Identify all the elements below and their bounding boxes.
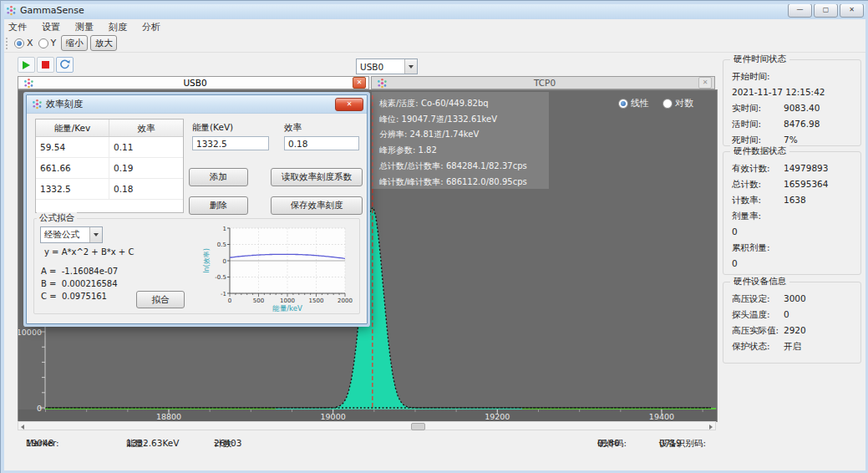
- overlay-resolution: 分辨率: 24.81道/1.74keV: [379, 127, 549, 143]
- add-button[interactable]: 添加: [189, 168, 248, 186]
- right-panel: 硬件时间状态 开始时间: 2021-11-17 12:15:42 实时间:908…: [721, 53, 865, 427]
- menu-item-file[interactable]: 文件: [1, 20, 34, 34]
- scrollbar-thumb[interactable]: [411, 423, 425, 430]
- svg-text:500: 500: [253, 298, 264, 304]
- efficiency-fit-plot: 10.50-0.5-10500100015002000ln(效率)能量/keV: [201, 221, 358, 313]
- overlay-total-counts: 总计数/总计数率: 684284.1/82.37cps: [379, 159, 549, 175]
- svg-text:10000: 10000: [18, 328, 42, 337]
- radio-circle-icon: [38, 38, 48, 48]
- menu-item-calibration[interactable]: 刻度: [101, 20, 135, 34]
- hardware-time-status-group: 硬件时间状态 开始时间: 2021-11-17 12:15:42 实时间:908…: [723, 59, 861, 146]
- efficiency-input[interactable]: 0.18: [284, 136, 359, 150]
- group-title: 硬件时间状态: [730, 53, 789, 65]
- stop-acquisition-button[interactable]: [37, 57, 54, 73]
- svg-text:-0.5: -0.5: [215, 274, 226, 281]
- svg-text:1: 1: [223, 226, 226, 232]
- table-row[interactable]: 1332.5 0.18: [36, 179, 183, 200]
- chart-scrollbar[interactable]: [18, 421, 716, 430]
- svg-text:0: 0: [37, 404, 42, 413]
- tab-icon: [23, 78, 34, 89]
- calibration-table[interactable]: 能量/Kev 效率 59.54 0.11 661.66 0.19 1332.5 …: [35, 119, 184, 213]
- log-scale-radio[interactable]: 对数: [662, 97, 693, 109]
- fit-button[interactable]: 拟合: [136, 291, 185, 308]
- tab-label: TCP0: [391, 78, 698, 88]
- tab-usb0[interactable]: USB0 ✕: [18, 76, 369, 89]
- coefficient-b: B = 0.000216584: [41, 279, 118, 288]
- energy-input[interactable]: 1332.5: [192, 136, 269, 150]
- app-icon: [6, 5, 17, 16]
- dialog-icon: [32, 99, 43, 109]
- titlebar: GammaSense — ▢ ✕: [1, 1, 868, 19]
- delete-button[interactable]: 删除: [189, 196, 248, 215]
- tabbar: USB0 ✕ TCP0 ✕: [18, 76, 716, 89]
- toolbar-grip-icon: [6, 38, 10, 49]
- linear-scale-radio[interactable]: 线性: [618, 97, 649, 109]
- svg-text:0: 0: [223, 258, 226, 265]
- tab-label: USB0: [38, 78, 353, 88]
- group-title: 硬件数据状态: [730, 145, 789, 157]
- svg-text:19000: 19000: [321, 412, 346, 421]
- start-acquisition-button[interactable]: [18, 57, 35, 73]
- efficiency-field-label: 效率: [284, 122, 302, 134]
- menu-item-measure[interactable]: 测量: [68, 20, 101, 34]
- svg-text:1000: 1000: [280, 298, 295, 304]
- acquisition-controls: [18, 57, 75, 73]
- table-header: 能量/Kev 效率: [36, 120, 183, 137]
- scroll-left-icon[interactable]: [21, 425, 24, 430]
- radio-circle-icon: [14, 38, 24, 48]
- energy-field-label: 能量(KeV): [192, 122, 233, 134]
- svg-text:19200: 19200: [485, 412, 510, 421]
- tab-tcp0[interactable]: TCP0 ✕: [371, 76, 715, 89]
- menu-item-analysis[interactable]: 分析: [135, 20, 168, 34]
- stop-icon: [42, 61, 49, 69]
- axis-y-radio[interactable]: Y: [38, 38, 57, 48]
- radio-circle-icon: [662, 99, 673, 109]
- coefficient-a: A = -1.16084e-07: [41, 267, 118, 276]
- overlay-peak-shape: 峰形参数: 1.82: [379, 143, 549, 159]
- table-row[interactable]: 59.54 0.11: [36, 137, 183, 158]
- svg-text:0: 0: [228, 298, 231, 304]
- dialog-close-button[interactable]: ✕: [335, 98, 363, 111]
- device-select[interactable]: USB0: [356, 58, 418, 74]
- chevron-down-icon: [94, 233, 99, 237]
- zoom-out-button[interactable]: 缩小: [61, 35, 88, 51]
- formula-select[interactable]: 经验公式: [40, 226, 103, 243]
- svg-text:19400: 19400: [649, 412, 674, 421]
- group-title: 硬件设备信息: [730, 276, 789, 287]
- coefficient-c: C = 0.0975161: [41, 292, 107, 301]
- scale-toggle: 线性 对数: [618, 97, 698, 109]
- tab-icon: [377, 78, 388, 89]
- overlay-nuclide-activity: 核素/活度: Co-60/449.82bq: [379, 96, 549, 112]
- app-window: GammaSense — ▢ ✕ 文件 设置 测量 刻度 分析 X Y 缩小 放…: [0, 0, 868, 473]
- hardware-device-info-group: 硬件设备信息 高压设定:3000 探头温度:0 高压实际值:2920 保护状态:…: [723, 282, 861, 364]
- svg-text:1500: 1500: [309, 298, 324, 304]
- window-title: GammaSense: [20, 5, 84, 16]
- menu-item-settings[interactable]: 设置: [34, 20, 68, 34]
- axis-x-radio[interactable]: X: [14, 38, 33, 48]
- zoom-in-button[interactable]: 放大: [90, 35, 117, 51]
- maximize-button[interactable]: ▢: [814, 3, 838, 18]
- refresh-button[interactable]: [56, 57, 74, 73]
- dialog-title: 效率刻度: [46, 98, 83, 110]
- column-header-efficiency[interactable]: 效率: [109, 120, 183, 136]
- svg-text:-1: -1: [221, 291, 226, 298]
- svg-text:能量/keV: 能量/keV: [272, 304, 302, 313]
- column-header-energy[interactable]: 能量/Kev: [36, 120, 109, 136]
- chevron-down-icon: [409, 65, 414, 69]
- formula-select-arrow[interactable]: [89, 227, 102, 242]
- fit-formula: y = A*x^2 + B*x + C: [44, 247, 134, 257]
- tab-close-button[interactable]: ✕: [353, 77, 366, 89]
- overlay-peak-counts: 峰计数/峰计数率: 686112.0/80.95cps: [379, 175, 549, 191]
- save-calibration-button[interactable]: 保存效率刻度: [271, 196, 363, 215]
- read-coefficients-button[interactable]: 读取效率刻度系数: [271, 168, 363, 186]
- minimize-button[interactable]: —: [788, 3, 812, 18]
- device-select-arrow[interactable]: [404, 59, 417, 74]
- radio-circle-icon: [618, 99, 628, 109]
- hardware-data-status-group: 硬件数据状态 有效计数:14979893 总计数:16595364 计数率:16…: [723, 151, 861, 275]
- close-button[interactable]: ✕: [840, 3, 864, 18]
- dialog-titlebar[interactable]: 效率刻度 ✕: [27, 95, 367, 114]
- refresh-icon: [59, 59, 70, 70]
- formula-fit-group: 公式拟合 经验公式 y = A*x^2 + B*x + C A = -1.160…: [33, 218, 360, 314]
- table-row[interactable]: 661.66 0.19: [36, 158, 183, 179]
- scroll-right-icon[interactable]: [709, 425, 713, 430]
